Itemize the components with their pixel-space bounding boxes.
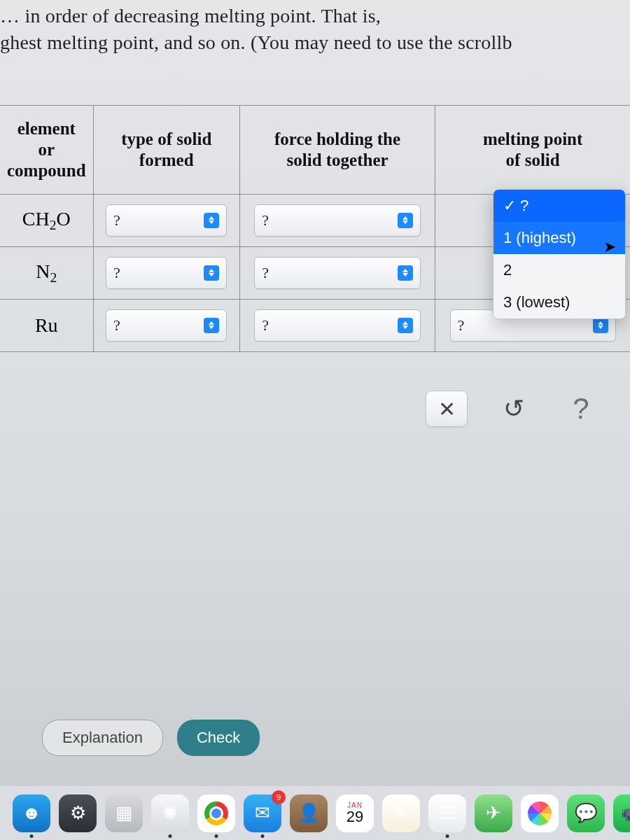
action-buttons: ✕ ↺ ?: [426, 391, 602, 427]
force-select[interactable]: ?: [254, 309, 421, 342]
dropdown-option[interactable]: 2: [493, 254, 625, 286]
stepper-icon: [204, 265, 219, 281]
dock-app-safari[interactable]: ✺: [151, 794, 189, 832]
type-select[interactable]: ?: [106, 309, 227, 342]
compound-label: N2: [0, 246, 93, 299]
dock-app-messages[interactable]: 💬: [567, 794, 605, 832]
compound-label: Ru: [0, 299, 93, 351]
dock-app-maps[interactable]: ✈: [475, 794, 512, 832]
instruction-text: … in order of decreasing melting point. …: [0, 0, 630, 56]
force-select[interactable]: ?: [254, 204, 421, 237]
dock-app-settings[interactable]: ⚙: [59, 794, 97, 832]
type-select[interactable]: ?: [106, 204, 227, 237]
dropdown-option[interactable]: ✓ ?: [493, 190, 625, 222]
bottom-buttons: Explanation Check: [42, 720, 260, 756]
dock-app-notes[interactable]: ✎: [382, 794, 420, 832]
dock: ☻ ⚙ ▦ ✺ ✉9 👤 JAN 29 ✎ ☰ ✈ 💬 📹 ♪ ▤: [0, 785, 630, 840]
dock-app-contacts[interactable]: 👤: [290, 794, 328, 832]
header-element: element or compound: [0, 105, 93, 194]
clear-button[interactable]: ✕: [426, 391, 468, 427]
dock-app-calendar[interactable]: JAN 29: [336, 794, 374, 832]
dock-app-reminders[interactable]: ☰: [428, 794, 466, 832]
undo-button[interactable]: ↺: [493, 391, 535, 427]
dropdown-option[interactable]: 1 (highest): [493, 222, 625, 254]
header-force: force holding the solid together: [239, 105, 435, 194]
compound-label: CH2O: [0, 194, 93, 246]
explanation-button[interactable]: Explanation: [42, 720, 163, 756]
solids-table: element or compound type of solid formed…: [0, 105, 630, 352]
type-select[interactable]: ?: [106, 257, 227, 289]
undo-icon: ↺: [503, 394, 524, 424]
dock-app-photos[interactable]: [521, 794, 559, 832]
stepper-icon: [593, 318, 608, 333]
dock-app-facetime[interactable]: 📹: [613, 794, 630, 832]
dock-app-finder[interactable]: ☻: [13, 794, 50, 832]
help-button[interactable]: ?: [560, 391, 602, 427]
stepper-icon: [398, 213, 413, 228]
close-icon: ✕: [438, 397, 456, 421]
header-type: type of solid formed: [93, 105, 239, 194]
check-button[interactable]: Check: [177, 720, 260, 756]
help-icon: ?: [573, 392, 589, 426]
stepper-icon: [204, 213, 219, 228]
force-select[interactable]: ?: [254, 257, 421, 289]
table-row: CH2O ? ? ? ✓ ? 1 (highest) 2 3 (lowest) …: [0, 194, 630, 246]
header-melting: melting point of solid: [435, 105, 630, 194]
stepper-icon: [204, 318, 219, 333]
mail-badge: 9: [272, 790, 286, 804]
dropdown-option[interactable]: 3 (lowest): [493, 286, 625, 318]
dock-app-launchpad[interactable]: ▦: [105, 794, 143, 832]
dock-app-mail[interactable]: ✉9: [244, 794, 281, 832]
dock-app-chrome[interactable]: [197, 794, 235, 832]
calendar-day: 29: [346, 809, 363, 825]
stepper-icon: [398, 265, 413, 281]
stepper-icon: [398, 318, 413, 333]
melting-dropdown[interactable]: ✓ ? 1 (highest) 2 3 (lowest): [493, 189, 626, 319]
